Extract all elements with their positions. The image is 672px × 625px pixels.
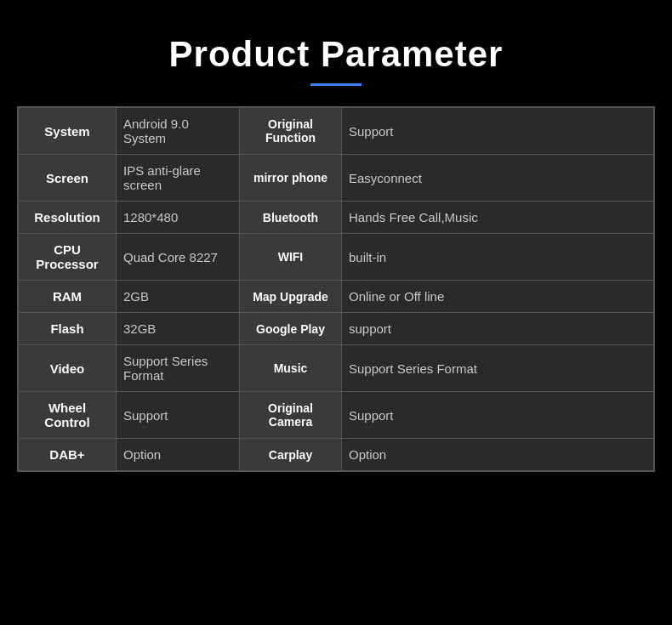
left-value-5: 32GB (117, 313, 240, 345)
left-label-1: Screen (19, 155, 117, 202)
left-label-2: Resolution (19, 202, 117, 234)
left-label-7: Wheel Control (19, 392, 117, 439)
right-value-8: Option (342, 439, 654, 471)
left-value-0: Android 9.0 System (117, 108, 240, 155)
page-title: Product Parameter (169, 34, 504, 75)
left-value-2: 1280*480 (117, 202, 240, 234)
right-label-5: Google Play (240, 313, 342, 345)
parameter-table: SystemAndroid 9.0 SystemOriginal Functio… (17, 106, 655, 472)
right-value-2: Hands Free Call,Music (342, 202, 654, 234)
left-value-3: Quad Core 8227 (117, 234, 240, 281)
right-label-8: Carplay (240, 439, 342, 471)
title-underline (310, 83, 362, 86)
left-value-4: 2GB (117, 281, 240, 313)
right-label-7: Original Camera (240, 392, 342, 439)
left-label-3: CPU Processor (19, 234, 117, 281)
left-value-7: Support (117, 392, 240, 439)
right-value-4: Online or Off line (342, 281, 654, 313)
right-value-0: Support (342, 108, 654, 155)
right-value-6: Support Series Format (342, 345, 654, 392)
right-label-1: mirror phone (240, 155, 342, 202)
left-value-1: IPS anti-glare screen (117, 155, 240, 202)
right-label-3: WIFI (240, 234, 342, 281)
right-label-4: Map Upgrade (240, 281, 342, 313)
right-label-2: Bluetooth (240, 202, 342, 234)
left-label-8: DAB+ (19, 439, 117, 471)
right-value-1: Easyconnect (342, 155, 654, 202)
right-value-3: built-in (342, 234, 654, 281)
left-value-8: Option (117, 439, 240, 471)
right-label-6: Music (240, 345, 342, 392)
right-value-5: support (342, 313, 654, 345)
right-label-0: Original Function (240, 108, 342, 155)
left-label-0: System (19, 108, 117, 155)
right-value-7: Support (342, 392, 654, 439)
left-label-6: Video (19, 345, 117, 392)
left-value-6: Support Series Format (117, 345, 240, 392)
left-label-4: RAM (19, 281, 117, 313)
left-label-5: Flash (19, 313, 117, 345)
